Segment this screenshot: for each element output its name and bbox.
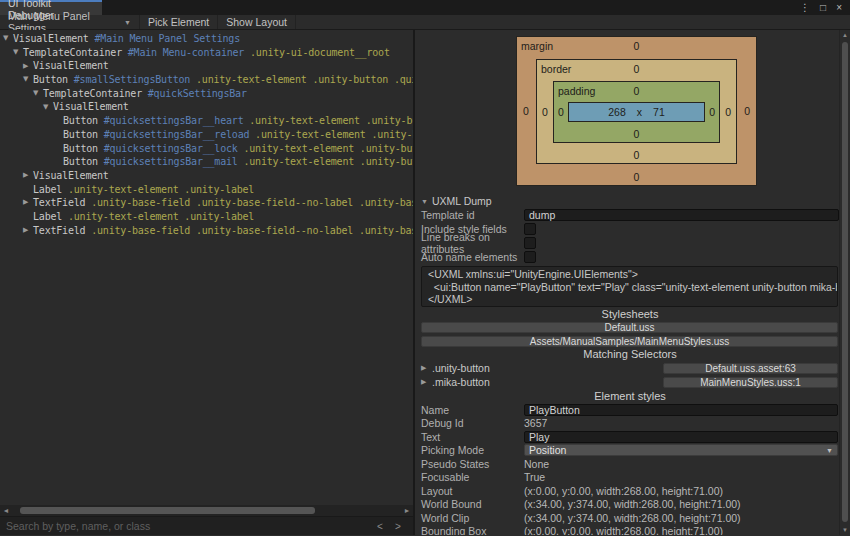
title-bar: UI Toolkit Debugger ⋮ □ × bbox=[0, 0, 850, 15]
element-styles-header: Element styles bbox=[421, 390, 839, 403]
chevron-right-icon[interactable]: ▶ bbox=[421, 364, 432, 372]
checkbox[interactable] bbox=[524, 223, 536, 235]
tree-row[interactable]: Button #quicksettingsBar__heart .unity-t… bbox=[0, 114, 413, 128]
tree-segment-type: VisualElement bbox=[53, 101, 129, 112]
maximize-icon[interactable]: □ bbox=[820, 2, 826, 13]
tree-row[interactable]: ▶TextField .unity-base-field .unity-base… bbox=[0, 224, 413, 238]
ui-toolkit-debugger-window: UI Toolkit Debugger ⋮ □ × Main Menu Pane… bbox=[0, 0, 850, 536]
uxml-field-row: Auto name elements bbox=[421, 250, 839, 264]
debugger-toolbar: Main Menu Panel Settings ▼ Pick Element … bbox=[0, 15, 850, 30]
scroll-left-icon[interactable]: ◄ bbox=[0, 507, 12, 514]
stylesheet-list: Default.ussAssets/ManualSamples/MainMenu… bbox=[421, 322, 839, 347]
selector-source-button[interactable]: MainMenuStyles.uss:1 bbox=[663, 377, 838, 388]
style-label: Debug Id bbox=[421, 417, 524, 429]
code-line: </UXML> bbox=[428, 293, 831, 306]
menu-icon[interactable]: ⋮ bbox=[800, 2, 810, 13]
tree-segment-type: TextField bbox=[33, 197, 85, 208]
expander-icon[interactable]: ▶ bbox=[23, 60, 33, 74]
scrollbar-track[interactable] bbox=[12, 505, 401, 516]
style-label: Pseudo States bbox=[421, 458, 524, 470]
tree-segment-cls: .unity-base-field .unity-base-field--no-… bbox=[85, 225, 413, 236]
field-label: Template id bbox=[421, 209, 524, 221]
horizontal-scrollbar[interactable]: ◄ ► bbox=[0, 505, 413, 516]
border-top-value: 0 bbox=[537, 63, 736, 75]
stylesheet-button[interactable]: Default.uss bbox=[421, 322, 838, 333]
style-label: Layout bbox=[421, 485, 524, 497]
chevron-right-icon[interactable]: ▶ bbox=[421, 378, 432, 386]
tree-row[interactable]: ▶VisualElement bbox=[0, 169, 413, 183]
expander-icon[interactable]: ▶ bbox=[23, 196, 33, 210]
style-value-input[interactable]: Play bbox=[524, 431, 838, 443]
expander-icon[interactable]: ▶ bbox=[23, 224, 33, 238]
tree-row[interactable]: ▶TextField .unity-base-field .unity-base… bbox=[0, 196, 413, 210]
tree-row[interactable]: ▼TemplateContainer #quickSettingsBar bbox=[0, 87, 413, 101]
panel-selector-dropdown[interactable]: Main Menu Panel Settings ▼ bbox=[0, 15, 140, 29]
expander-icon[interactable]: ▼ bbox=[43, 101, 53, 115]
selector-name: .unity-button bbox=[432, 362, 490, 374]
uxml-dump-foldout[interactable]: ▼ UXML Dump bbox=[421, 194, 839, 208]
content-height-value: 71 bbox=[653, 106, 665, 118]
chevron-down-icon: ▼ bbox=[124, 19, 131, 26]
border-right-value: 0 bbox=[725, 106, 731, 118]
scroll-down-icon[interactable]: ▼ bbox=[840, 527, 850, 533]
padding-top-value: 0 bbox=[554, 85, 719, 97]
expander-icon[interactable]: ▼ bbox=[13, 46, 23, 60]
pick-element-button[interactable]: Pick Element bbox=[140, 15, 218, 29]
checkbox[interactable] bbox=[524, 251, 536, 263]
vertical-scrollbar[interactable]: ▲ ▼ bbox=[839, 30, 850, 535]
tree-row[interactable]: Button #quicksettingsBar__reload .unity-… bbox=[0, 128, 413, 142]
tree-row[interactable]: ▼VisualElement #Main Menu Panel Settings bbox=[0, 32, 413, 46]
style-value-text: True bbox=[524, 471, 545, 483]
tree-row[interactable]: Button #quicksettingsBar__lock .unity-te… bbox=[0, 142, 413, 156]
template-id-input[interactable]: dump bbox=[524, 209, 839, 221]
style-value-input[interactable]: PlayButton bbox=[524, 404, 838, 416]
style-label: Picking Mode bbox=[421, 444, 524, 456]
search-prev-button[interactable]: < bbox=[371, 521, 389, 532]
matching-selector-list: ▶.unity-buttonDefault.uss.asset:63▶.mika… bbox=[421, 361, 839, 389]
tree-row[interactable]: ▼Button #smallSettingsButton .unity-text… bbox=[0, 73, 413, 87]
tree-segment-type: VisualElement bbox=[33, 170, 109, 181]
field-label: Auto name elements bbox=[421, 251, 524, 263]
style-label: Bounding Box bbox=[421, 525, 524, 535]
scroll-up-icon[interactable]: ▲ bbox=[840, 32, 850, 38]
show-layout-button[interactable]: Show Layout bbox=[218, 15, 296, 29]
tree-segment-cls: .unity-text-element .unity-button . bbox=[238, 143, 413, 154]
search-input[interactable]: Search by type, name, or class bbox=[6, 520, 371, 532]
expander-icon[interactable]: ▼ bbox=[33, 87, 43, 101]
selector-source-button[interactable]: Default.uss.asset:63 bbox=[663, 363, 838, 374]
tree-segment-type: TextField bbox=[33, 225, 85, 236]
tree-row[interactable]: ▶VisualElement bbox=[0, 59, 413, 73]
hierarchy-panel: ▼VisualElement #Main Menu Panel Settings… bbox=[0, 30, 413, 535]
expander-icon[interactable]: ▶ bbox=[23, 169, 33, 183]
stylesheet-button[interactable]: Assets/ManualSamples/MainMenuStyles.uss bbox=[421, 336, 838, 347]
tree-segment-name: #quickSettingsBar bbox=[142, 88, 247, 99]
search-next-button[interactable]: > bbox=[389, 521, 407, 532]
style-label: Name bbox=[421, 404, 524, 416]
tree-segment-type: Label bbox=[33, 184, 62, 195]
element-style-row: Debug Id3657 bbox=[421, 417, 839, 431]
tree-row[interactable]: Label .unity-text-element .unity-label bbox=[0, 210, 413, 224]
tree-row[interactable]: Label .unity-text-element .unity-label bbox=[0, 183, 413, 197]
tree-row[interactable]: Button #quicksettingsBar__mail .unity-te… bbox=[0, 155, 413, 169]
close-icon[interactable]: × bbox=[836, 2, 842, 13]
expander-icon[interactable]: ▼ bbox=[3, 32, 13, 46]
margin-right-value: 0 bbox=[744, 105, 750, 117]
tree-row[interactable]: ▼TemplateContainer #Main Menu-container … bbox=[0, 46, 413, 60]
checkbox[interactable] bbox=[524, 237, 536, 249]
uxml-field-row: Template iddump bbox=[421, 208, 839, 222]
scrollbar-thumb[interactable] bbox=[20, 507, 315, 514]
picking-mode-dropdown[interactable]: Position▼ bbox=[524, 444, 838, 456]
uxml-code-box[interactable]: <UXML xmlns:ui="UnityEngine.UIElements">… bbox=[421, 266, 838, 307]
tree-segment-type: Label bbox=[33, 211, 62, 222]
tree-segment-name: #Main Menu-container bbox=[122, 47, 244, 58]
scrollbar-thumb[interactable] bbox=[842, 42, 848, 522]
tree-segment-type: Button bbox=[33, 74, 68, 85]
tree-segment-name: #smallSettingsButton bbox=[68, 74, 190, 85]
border-bottom-value: 0 bbox=[537, 149, 736, 161]
tree-row[interactable]: ▼VisualElement bbox=[0, 100, 413, 114]
box-model-margin: margin 0 0 0 0 border 0 0 0 0 padding bbox=[516, 36, 757, 186]
expander-icon[interactable]: ▼ bbox=[23, 73, 33, 87]
scroll-right-icon[interactable]: ► bbox=[401, 507, 413, 514]
inspector-panel: margin 0 0 0 0 border 0 0 0 0 padding bbox=[415, 30, 850, 535]
code-line: <ui:Button name="PlayButton" text="Play"… bbox=[428, 281, 831, 294]
